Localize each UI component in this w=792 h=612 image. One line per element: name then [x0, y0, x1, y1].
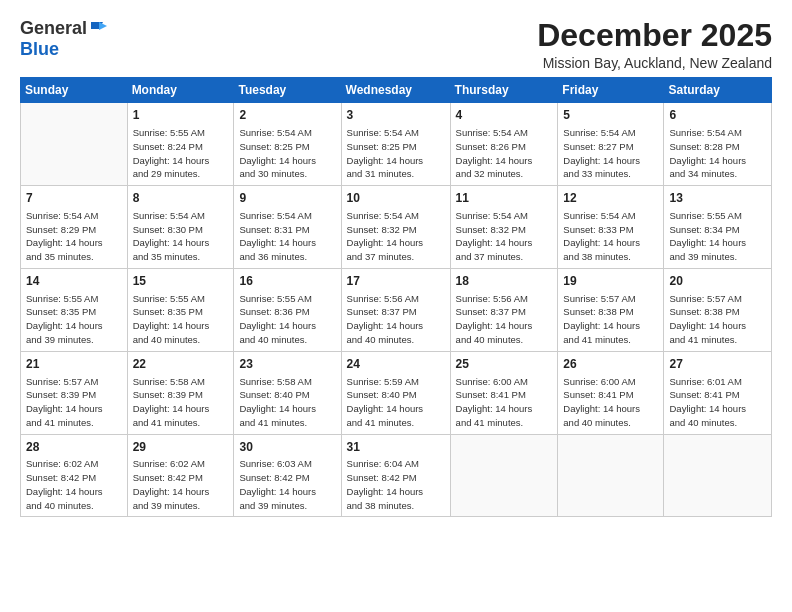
day-info: Sunrise: 5:54 AM Sunset: 8:27 PM Dayligh…	[563, 126, 658, 181]
day-number: 5	[563, 107, 658, 124]
day-info: Sunrise: 6:04 AM Sunset: 8:42 PM Dayligh…	[347, 457, 445, 512]
table-row: 3Sunrise: 5:54 AM Sunset: 8:25 PM Daylig…	[341, 103, 450, 186]
day-info: Sunrise: 5:54 AM Sunset: 8:31 PM Dayligh…	[239, 209, 335, 264]
table-row: 18Sunrise: 5:56 AM Sunset: 8:37 PM Dayli…	[450, 268, 558, 351]
table-row: 7Sunrise: 5:54 AM Sunset: 8:29 PM Daylig…	[21, 186, 128, 269]
table-row: 6Sunrise: 5:54 AM Sunset: 8:28 PM Daylig…	[664, 103, 772, 186]
table-row: 28Sunrise: 6:02 AM Sunset: 8:42 PM Dayli…	[21, 434, 128, 517]
day-number: 25	[456, 356, 553, 373]
day-info: Sunrise: 5:56 AM Sunset: 8:37 PM Dayligh…	[456, 292, 553, 347]
table-row: 8Sunrise: 5:54 AM Sunset: 8:30 PM Daylig…	[127, 186, 234, 269]
col-sunday: Sunday	[21, 78, 128, 103]
table-row	[21, 103, 128, 186]
calendar-week-row: 7Sunrise: 5:54 AM Sunset: 8:29 PM Daylig…	[21, 186, 772, 269]
day-info: Sunrise: 5:54 AM Sunset: 8:32 PM Dayligh…	[456, 209, 553, 264]
day-number: 26	[563, 356, 658, 373]
day-number: 30	[239, 439, 335, 456]
day-number: 13	[669, 190, 766, 207]
day-number: 20	[669, 273, 766, 290]
day-info: Sunrise: 5:54 AM Sunset: 8:32 PM Dayligh…	[347, 209, 445, 264]
day-info: Sunrise: 6:00 AM Sunset: 8:41 PM Dayligh…	[563, 375, 658, 430]
day-info: Sunrise: 5:58 AM Sunset: 8:39 PM Dayligh…	[133, 375, 229, 430]
calendar-week-row: 14Sunrise: 5:55 AM Sunset: 8:35 PM Dayli…	[21, 268, 772, 351]
location-subtitle: Mission Bay, Auckland, New Zealand	[537, 55, 772, 71]
table-row: 9Sunrise: 5:54 AM Sunset: 8:31 PM Daylig…	[234, 186, 341, 269]
day-number: 6	[669, 107, 766, 124]
table-row: 24Sunrise: 5:59 AM Sunset: 8:40 PM Dayli…	[341, 351, 450, 434]
col-saturday: Saturday	[664, 78, 772, 103]
calendar-week-row: 1Sunrise: 5:55 AM Sunset: 8:24 PM Daylig…	[21, 103, 772, 186]
day-number: 29	[133, 439, 229, 456]
day-number: 7	[26, 190, 122, 207]
day-number: 16	[239, 273, 335, 290]
day-info: Sunrise: 5:55 AM Sunset: 8:35 PM Dayligh…	[26, 292, 122, 347]
day-number: 19	[563, 273, 658, 290]
day-number: 2	[239, 107, 335, 124]
day-number: 24	[347, 356, 445, 373]
table-row: 27Sunrise: 6:01 AM Sunset: 8:41 PM Dayli…	[664, 351, 772, 434]
table-row: 22Sunrise: 5:58 AM Sunset: 8:39 PM Dayli…	[127, 351, 234, 434]
logo-general-text: General	[20, 18, 87, 38]
day-number: 8	[133, 190, 229, 207]
day-number: 23	[239, 356, 335, 373]
day-number: 21	[26, 356, 122, 373]
day-info: Sunrise: 5:55 AM Sunset: 8:35 PM Dayligh…	[133, 292, 229, 347]
table-row: 26Sunrise: 6:00 AM Sunset: 8:41 PM Dayli…	[558, 351, 664, 434]
calendar-header-row: Sunday Monday Tuesday Wednesday Thursday…	[21, 78, 772, 103]
calendar-week-row: 21Sunrise: 5:57 AM Sunset: 8:39 PM Dayli…	[21, 351, 772, 434]
col-wednesday: Wednesday	[341, 78, 450, 103]
table-row: 1Sunrise: 5:55 AM Sunset: 8:24 PM Daylig…	[127, 103, 234, 186]
day-info: Sunrise: 5:55 AM Sunset: 8:36 PM Dayligh…	[239, 292, 335, 347]
table-row: 31Sunrise: 6:04 AM Sunset: 8:42 PM Dayli…	[341, 434, 450, 517]
day-info: Sunrise: 5:54 AM Sunset: 8:29 PM Dayligh…	[26, 209, 122, 264]
table-row: 10Sunrise: 5:54 AM Sunset: 8:32 PM Dayli…	[341, 186, 450, 269]
day-info: Sunrise: 5:58 AM Sunset: 8:40 PM Dayligh…	[239, 375, 335, 430]
day-number: 27	[669, 356, 766, 373]
title-block: December 2025 Mission Bay, Auckland, New…	[537, 18, 772, 71]
day-info: Sunrise: 5:54 AM Sunset: 8:28 PM Dayligh…	[669, 126, 766, 181]
col-friday: Friday	[558, 78, 664, 103]
svg-marker-1	[99, 22, 107, 30]
col-tuesday: Tuesday	[234, 78, 341, 103]
day-number: 17	[347, 273, 445, 290]
logo-flag-icon	[89, 18, 109, 38]
logo-blue-text: Blue	[20, 39, 59, 59]
table-row: 14Sunrise: 5:55 AM Sunset: 8:35 PM Dayli…	[21, 268, 128, 351]
table-row: 19Sunrise: 5:57 AM Sunset: 8:38 PM Dayli…	[558, 268, 664, 351]
day-info: Sunrise: 5:54 AM Sunset: 8:25 PM Dayligh…	[347, 126, 445, 181]
col-thursday: Thursday	[450, 78, 558, 103]
table-row: 11Sunrise: 5:54 AM Sunset: 8:32 PM Dayli…	[450, 186, 558, 269]
day-number: 14	[26, 273, 122, 290]
day-number: 11	[456, 190, 553, 207]
calendar-page: General Blue December 2025 Mission Bay, …	[0, 0, 792, 612]
day-number: 12	[563, 190, 658, 207]
day-number: 31	[347, 439, 445, 456]
col-monday: Monday	[127, 78, 234, 103]
table-row: 25Sunrise: 6:00 AM Sunset: 8:41 PM Dayli…	[450, 351, 558, 434]
table-row: 5Sunrise: 5:54 AM Sunset: 8:27 PM Daylig…	[558, 103, 664, 186]
day-info: Sunrise: 5:55 AM Sunset: 8:34 PM Dayligh…	[669, 209, 766, 264]
table-row: 29Sunrise: 6:02 AM Sunset: 8:42 PM Dayli…	[127, 434, 234, 517]
day-number: 10	[347, 190, 445, 207]
day-number: 18	[456, 273, 553, 290]
table-row	[450, 434, 558, 517]
day-info: Sunrise: 5:54 AM Sunset: 8:26 PM Dayligh…	[456, 126, 553, 181]
page-header: General Blue December 2025 Mission Bay, …	[20, 18, 772, 71]
day-number: 15	[133, 273, 229, 290]
month-title: December 2025	[537, 18, 772, 53]
logo: General Blue	[20, 18, 109, 60]
table-row: 21Sunrise: 5:57 AM Sunset: 8:39 PM Dayli…	[21, 351, 128, 434]
day-info: Sunrise: 6:03 AM Sunset: 8:42 PM Dayligh…	[239, 457, 335, 512]
day-info: Sunrise: 5:57 AM Sunset: 8:38 PM Dayligh…	[563, 292, 658, 347]
table-row: 15Sunrise: 5:55 AM Sunset: 8:35 PM Dayli…	[127, 268, 234, 351]
day-info: Sunrise: 6:01 AM Sunset: 8:41 PM Dayligh…	[669, 375, 766, 430]
day-info: Sunrise: 5:57 AM Sunset: 8:39 PM Dayligh…	[26, 375, 122, 430]
table-row	[558, 434, 664, 517]
table-row: 2Sunrise: 5:54 AM Sunset: 8:25 PM Daylig…	[234, 103, 341, 186]
day-number: 9	[239, 190, 335, 207]
day-info: Sunrise: 5:55 AM Sunset: 8:24 PM Dayligh…	[133, 126, 229, 181]
calendar-week-row: 28Sunrise: 6:02 AM Sunset: 8:42 PM Dayli…	[21, 434, 772, 517]
day-number: 1	[133, 107, 229, 124]
calendar-table: Sunday Monday Tuesday Wednesday Thursday…	[20, 77, 772, 517]
day-info: Sunrise: 6:02 AM Sunset: 8:42 PM Dayligh…	[133, 457, 229, 512]
